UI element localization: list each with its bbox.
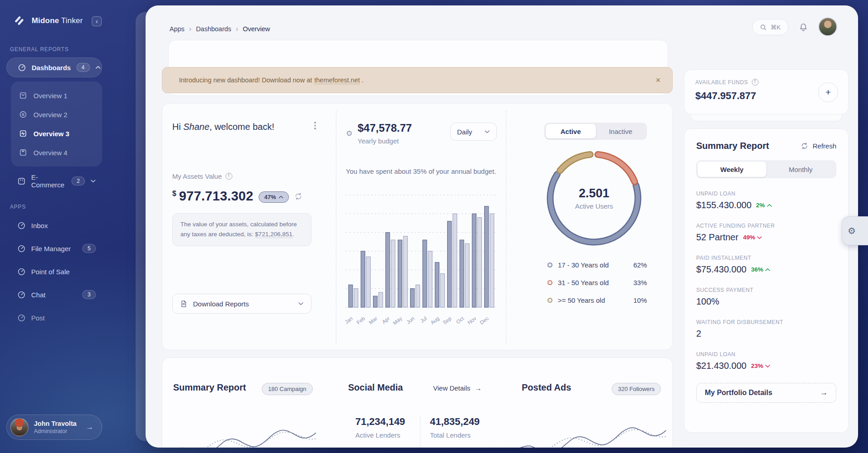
sidebar-item-label: Overview 4 [33,149,67,157]
plus-icon: + [826,87,831,97]
profile-avatar [10,418,28,436]
chevron-left-icon: ‹ [96,18,98,25]
svg-text:Aug: Aug [429,315,440,325]
chat-count-badge: 3 [82,290,96,299]
sidebar-item-overview-2[interactable]: Overview 2 [11,105,102,124]
gauge-icon [17,221,26,230]
panel-stat-paid-installment: PAID INSTALLMENT $75.430.000 36% [696,255,836,275]
assets-label: My Assets Value [172,172,222,180]
yearly-budget-label: Yearly budget [358,137,399,145]
breadcrumb-overview[interactable]: Overview [243,25,270,33]
chevron-up-icon [767,204,772,207]
sidebar-item-label: Inbox [31,222,48,229]
search-shortcut: ⌘K [770,24,781,31]
brand-title: Midone Tinker [32,16,83,25]
refresh-button[interactable]: Refresh [801,142,836,150]
active-lenders-value: 71,234,149 [355,416,405,428]
funds-label-row: AVAILABLE FUNDS ! [695,79,837,86]
gauge-icon [17,244,26,253]
logo-row[interactable]: Midone Tinker [14,15,83,27]
search-icon [760,24,767,31]
sidebar-item-dashboards[interactable]: Dashboards 4 [6,57,102,77]
brand-logo-icon [14,15,25,27]
report-title: Summary Report [696,141,769,151]
sidebar-item-ecommerce[interactable]: E-Commerce 2 [6,171,102,191]
sidebar-item-label: File Manager [31,245,71,253]
disc-icon [19,110,27,119]
breadcrumb-dashboards[interactable]: Dashboards [196,25,231,33]
stat-block: 41,835,249 Total Lenders [430,416,480,439]
add-funds-button[interactable]: + [818,82,838,102]
settings-panel-toggle[interactable]: ⚙ [842,216,868,245]
followers-badge: 320 Followers [612,383,661,395]
sidebar-item-chat[interactable]: Chat 3 [6,285,102,305]
sidebar-item-overview-3[interactable]: Overview 3 [11,124,102,143]
svg-text:Dec: Dec [479,315,490,325]
download-reports-button[interactable]: Download Reports [172,294,311,314]
sidebar-item-overview-4[interactable]: Overview 4 [11,143,102,162]
report-header: Summary Report Refresh [696,141,836,151]
breadcrumb-apps[interactable]: Apps [170,25,184,33]
sidebar-collapse-button[interactable]: ‹ [92,16,102,26]
svg-text:Jul: Jul [419,315,428,324]
chevron-down-icon [298,302,304,305]
assets-note-amount: $721,206,851 [255,231,292,238]
dashed-divider [506,111,506,344]
close-icon[interactable]: × [656,76,660,84]
gauge-icon [17,314,26,322]
arrow-right-icon: → [475,384,481,392]
tab-inactive[interactable]: Inactive [596,124,646,138]
section-label-apps: APPS [10,204,26,210]
svg-text:Oct: Oct [455,315,465,325]
gear-icon: ⚙ [848,225,856,236]
campaign-badge: 180 Campaign [262,383,313,395]
assets-value: 977.713.302 [179,189,254,204]
trend-up: 36% [751,266,770,273]
tab-monthly[interactable]: Monthly [766,162,835,177]
sidebar-item-inbox[interactable]: Inbox [6,215,102,235]
sidebar-item-file-manager[interactable]: File Manager 5 [6,238,102,258]
tab-weekly[interactable]: Weekly [698,162,766,177]
total-lenders-value: 41,835,249 [430,416,480,428]
gauge-icon [17,267,26,276]
profile-card[interactable]: John Travolta Administrator → [6,415,102,440]
dashboards-count-badge: 4 [76,63,90,72]
svg-text:May: May [392,315,403,326]
view-details-link[interactable]: View Details → [433,384,481,392]
banner-text-end: . [362,76,363,84]
info-icon[interactable]: ! [752,79,759,86]
yearly-budget-value: $47,578.77 [358,122,412,134]
breadcrumb-separator: › [236,25,238,33]
posted-ads-title: Posted Ads [522,382,571,393]
trend-down: 23% [751,362,770,369]
svg-text:Mar: Mar [368,315,378,325]
sidebar-item-label: Post [31,314,45,322]
summary-sparkline-chart [171,403,321,448]
summary-report-title: Summary Report [173,382,246,393]
banner-link[interactable]: themeforest.net [314,76,360,84]
my-portfolio-details-button[interactable]: My Portfolio Details → [696,383,836,403]
greeting-text: Hi Shane, welcome back! [172,122,274,132]
sidebar-item-post[interactable]: Post [6,308,102,328]
svg-text:Sep: Sep [442,315,453,325]
sidebar-item-label: E-Commerce [31,173,66,189]
funds-value: $447.957.877 [695,90,837,102]
notifications-bell-icon[interactable] [798,23,808,33]
legend-item: 17 - 30 Years old 62% [547,261,647,269]
budget-period-select[interactable]: Daily [450,123,497,141]
sidebar-item-overview-1[interactable]: Overview 1 [11,86,102,105]
chevron-up-icon [95,66,101,69]
sidebar-item-point-of-sale[interactable]: Point of Sale [6,262,102,281]
search-input[interactable]: ⌘K [752,19,788,35]
user-avatar[interactable] [818,17,837,36]
kebab-menu-icon[interactable] [311,122,319,132]
info-icon[interactable]: ! [226,173,232,180]
panel-stat-unpaid-loan-2: UNPAID LOAN $21.430.000 23% [696,351,836,371]
refresh-icon[interactable] [294,192,302,200]
panel-stat-funding-partner: ACTIVE FUNDING PARTNER 52 Partner 49% [696,223,836,243]
brand-bold: Midone [32,16,59,25]
document-icon [180,300,188,308]
active-lenders-label: Active Lenders [355,431,405,439]
assets-change-badge[interactable]: 47% [259,191,288,203]
tab-active[interactable]: Active [546,124,596,138]
